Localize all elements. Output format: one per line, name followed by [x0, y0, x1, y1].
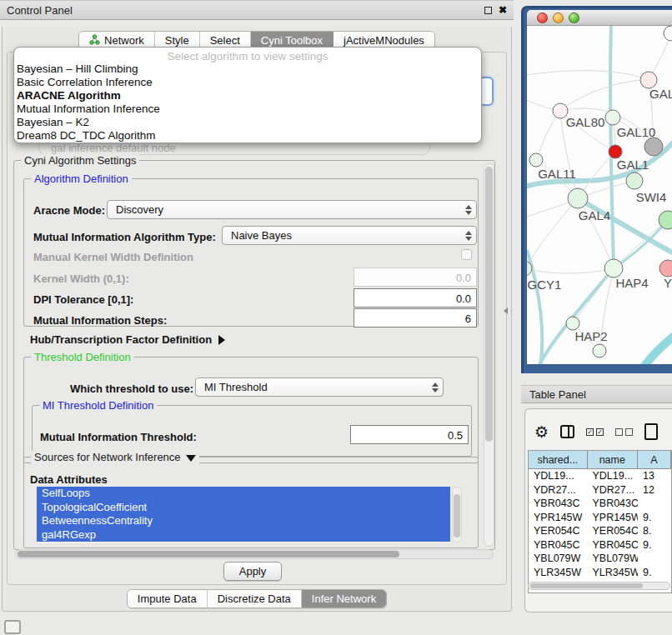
network-node[interactable]: [644, 138, 663, 156]
collapsed-arrow-icon: [218, 335, 225, 345]
combo-spinner-icon: [429, 382, 443, 392]
hub-definition-toggle[interactable]: Hub/Transcription Factor Definition: [30, 333, 225, 346]
control-panel-title: Control Panel: [0, 4, 484, 17]
which-threshold-value: MI Threshold: [196, 381, 429, 393]
split-columns-icon[interactable]: [560, 425, 574, 438]
algorithm-option[interactable]: ARACNE Algorithm: [14, 89, 481, 102]
unchecked-boxes-icon[interactable]: [615, 428, 633, 436]
mi-threshold-label: Mutual Information Threshold:: [40, 431, 197, 443]
mi-type-label: Mutual Information Algorithm Type:: [33, 231, 216, 243]
table-cell: 12: [638, 483, 671, 498]
settings-horizontal-scrollbar[interactable]: [15, 549, 494, 559]
minimized-panel-icon[interactable]: [4, 620, 21, 634]
mi-type-combo[interactable]: Naive Bayes: [222, 226, 477, 245]
node-label: GCY1: [528, 278, 562, 292]
algorithm-option[interactable]: Dream8 DC_TDC Algorithm: [14, 129, 481, 142]
node-label: HAP2: [574, 329, 607, 343]
tab-discretize-data[interactable]: Discretize Data: [208, 590, 302, 608]
node-label: GAL10: [617, 125, 656, 139]
table-row[interactable]: YDR27...YDR27...12: [529, 483, 671, 498]
node-table[interactable]: shared...nameA YDL19...YDL19...13YDR27..…: [528, 450, 672, 593]
column-header[interactable]: name: [588, 451, 638, 469]
attributes-vertical-scrollbar[interactable]: [452, 487, 462, 542]
data-attribute-item[interactable]: SelfLoops: [37, 487, 450, 501]
network-node-swi4[interactable]: [626, 172, 643, 189]
network-window-titlebar: [527, 10, 672, 26]
tab-impute-data[interactable]: Impute Data: [128, 590, 208, 608]
table-row[interactable]: YBL079WYBL079W: [529, 552, 671, 566]
table-cell: YDL19...: [529, 469, 587, 483]
application-window: Control Panel ✖ NetworkStyleSelectCyni T…: [0, 0, 672, 635]
network-node-gal[interactable]: [640, 72, 657, 88]
data-attributes-label: Data Attributes: [30, 473, 108, 486]
network-node[interactable]: [593, 344, 606, 358]
settings-vertical-scrollbar[interactable]: [484, 163, 494, 547]
tab-infer-network[interactable]: Infer Network: [302, 590, 386, 608]
apply-button[interactable]: Apply: [223, 562, 282, 581]
dpi-tolerance-label: DPI Tolerance [0,1]:: [33, 293, 133, 306]
tab-label: Style: [165, 34, 189, 47]
combo-spinner-icon: [463, 205, 476, 215]
node-label: GAL: [649, 87, 672, 101]
data-attribute-item[interactable]: BetweennessCentrality: [37, 514, 450, 528]
document-icon[interactable]: [644, 423, 658, 440]
data-attributes-list[interactable]: SelfLoopsTopologicalCoefficientBetweenne…: [37, 487, 450, 542]
table-row[interactable]: YER054CYER054C8.: [529, 524, 671, 538]
which-threshold-combo[interactable]: MI Threshold: [195, 378, 444, 397]
dpi-tolerance-field[interactable]: 0.0: [354, 288, 477, 308]
mi-steps-field[interactable]: 6: [354, 308, 477, 328]
manual-kernel-label: Manual Kernel Width Definition: [33, 251, 193, 263]
mi-threshold-definition-title: MI Threshold Definition: [39, 399, 157, 412]
panel-splitter-arrow[interactable]: [504, 308, 508, 314]
network-node-gal11[interactable]: [529, 153, 543, 167]
manual-kernel-checkbox[interactable]: [461, 249, 472, 260]
tab-label: Cyni Toolbox: [261, 34, 323, 47]
network-node-y[interactable]: [659, 260, 672, 277]
table-panel-title: Table Panel: [521, 388, 586, 401]
tab-label: Discretize Data: [218, 592, 291, 605]
column-header[interactable]: A: [638, 451, 671, 469]
column-header[interactable]: shared...: [529, 451, 588, 469]
table-row[interactable]: YBR045CYBR045C9.: [529, 538, 671, 552]
float-window-icon[interactable]: [484, 7, 492, 14]
close-icon[interactable]: ✖: [499, 5, 507, 15]
zoom-traffic-light-icon[interactable]: [569, 12, 579, 23]
network-node-gal4[interactable]: [568, 188, 588, 208]
table-horizontal-scrollbar[interactable]: [528, 582, 670, 590]
table-cell: YDR27...: [529, 483, 587, 498]
data-attribute-item[interactable]: TopologicalCoefficient: [37, 501, 450, 515]
table-cell: 9.: [638, 511, 671, 525]
kernel-width-field[interactable]: 0.0: [354, 268, 477, 287]
gear-icon[interactable]: ⚙: [534, 424, 549, 440]
mi-steps-label: Mutual Information Steps:: [33, 314, 167, 327]
network-canvas[interactable]: GALGAL80GAL10GAL1GAL11SWI4GAL4GCY1HAP4YH…: [527, 26, 672, 364]
table-cell: YDL19...: [587, 469, 638, 483]
algorithm-option[interactable]: Bayesian – Hill Climbing: [14, 62, 481, 76]
minimize-traffic-light-icon[interactable]: [553, 12, 564, 23]
control-panel-titlebar: Control Panel ✖: [0, 0, 514, 20]
table-row[interactable]: YLR345WYLR345W9.: [529, 566, 671, 580]
table-row[interactable]: YDL19...YDL19...13: [529, 469, 671, 483]
algorithm-option[interactable]: Basic Correlation Inference: [14, 76, 481, 89]
expanded-arrow-icon: [186, 455, 196, 462]
cyni-bottom-tabbar: Impute DataDiscretize DataInfer Network: [0, 589, 514, 608]
network-node-hap2[interactable]: [566, 317, 579, 330]
table-row[interactable]: YBR043CYBR043C: [529, 497, 671, 511]
data-attribute-item[interactable]: gal4RGexp: [37, 528, 450, 542]
close-traffic-light-icon[interactable]: [537, 12, 548, 23]
checked-boxes-icon[interactable]: ✓✓: [586, 428, 604, 436]
table-cell: YBR043C: [587, 497, 638, 511]
network-node-gal1[interactable]: [609, 145, 622, 158]
tab-label: Select: [210, 34, 240, 47]
algorithm-option[interactable]: Mutual Information Inference: [14, 102, 481, 116]
algorithm-option[interactable]: Bayesian – K2: [14, 116, 481, 129]
network-node-hap4[interactable]: [604, 259, 623, 278]
sources-group-title[interactable]: Sources for Network Inference: [31, 451, 199, 463]
mi-threshold-field[interactable]: 0.5: [350, 425, 469, 444]
aracne-mode-combo[interactable]: Discovery: [107, 200, 477, 219]
table-row[interactable]: YPR145WYPR145W9.: [529, 511, 671, 525]
node-label: GAL4: [579, 208, 610, 222]
network-node[interactable]: [664, 26, 672, 41]
table-cell: YBR045C: [587, 538, 638, 552]
network-node-gal10[interactable]: [605, 110, 620, 125]
